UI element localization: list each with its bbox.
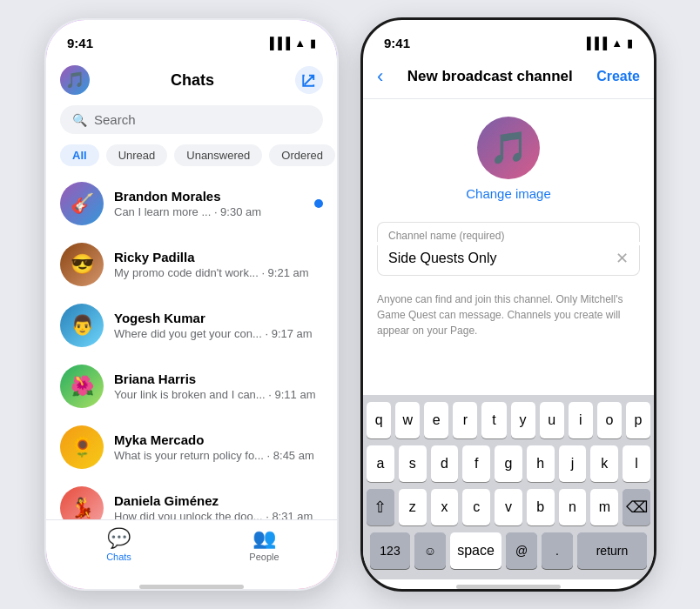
- key-r[interactable]: r: [453, 402, 477, 438]
- chat-avatar: 💃: [60, 486, 104, 519]
- chat-avatar: 🌻: [60, 425, 104, 469]
- chat-item[interactable]: 😎 Ricky Padilla My promo code didn't wor…: [46, 234, 337, 295]
- channel-image-section: 🎵 Change image: [363, 99, 654, 215]
- key-at[interactable]: @: [506, 532, 537, 569]
- chat-name: Ricky Padilla: [114, 250, 323, 264]
- chat-avatar: 🎸: [60, 182, 104, 225]
- chat-item[interactable]: 👨 Yogesh Kumar Where did you get your co…: [46, 295, 337, 356]
- chat-avatar: 😎: [60, 243, 104, 286]
- key-v[interactable]: v: [495, 489, 522, 525]
- status-bar-right: 9:41 ▐▐▐ ▲ ▮: [363, 20, 654, 58]
- key-k[interactable]: k: [590, 445, 618, 482]
- key-s[interactable]: s: [399, 445, 427, 482]
- key-d[interactable]: d: [431, 445, 459, 482]
- status-time-right: 9:41: [384, 36, 410, 50]
- chat-avatar: 🌺: [60, 365, 104, 408]
- key-w[interactable]: w: [395, 402, 420, 438]
- chats-nav-icon: 💬: [107, 527, 131, 550]
- wifi-icon-right: ▲: [611, 37, 623, 50]
- nav-people-label: People: [249, 552, 279, 562]
- chat-name: Myka Mercado: [114, 432, 323, 447]
- keyboard-bottom-row: 123 ☺ space @ . return: [367, 532, 650, 576]
- tab-unread[interactable]: Unread: [106, 144, 168, 166]
- battery-icon-right: ▮: [627, 37, 633, 50]
- battery-icon: ▮: [310, 37, 316, 50]
- key-dot[interactable]: .: [542, 532, 573, 569]
- tab-unanswered[interactable]: Unanswered: [174, 144, 262, 166]
- key-space[interactable]: space: [450, 532, 501, 569]
- home-indicator-left: [139, 585, 244, 589]
- key-t[interactable]: t: [481, 402, 506, 438]
- key-123[interactable]: 123: [370, 532, 410, 569]
- key-y[interactable]: y: [511, 402, 535, 438]
- key-j[interactable]: j: [559, 445, 587, 482]
- chat-item[interactable]: 💃 Daniela Giménez How did you unlock the…: [46, 478, 337, 519]
- channel-name-input[interactable]: [388, 251, 616, 266]
- key-g[interactable]: g: [495, 445, 522, 482]
- left-phone: 9:41 ▐▐▐ ▲ ▮ 🎵 Chats 🔍 Search All Unread: [44, 17, 340, 592]
- key-c[interactable]: c: [462, 489, 490, 525]
- key-p[interactable]: p: [626, 402, 650, 438]
- people-nav-icon: 👥: [252, 527, 276, 550]
- key-shift[interactable]: ⇧: [367, 489, 394, 525]
- unread-dot: [314, 199, 323, 208]
- chat-name: Daniela Giménez: [114, 493, 323, 508]
- chat-info: Myka Mercado What is your return policy …: [114, 432, 323, 462]
- key-z[interactable]: z: [399, 489, 427, 525]
- key-o[interactable]: o: [597, 402, 622, 438]
- chat-preview: Can I learn more ... · 9:30 am: [114, 205, 304, 218]
- change-image-button[interactable]: Change image: [466, 186, 551, 201]
- profile-avatar[interactable]: 🎵: [60, 65, 90, 95]
- status-bar-left: 9:41 ▐▐▐ ▲ ▮: [46, 20, 337, 58]
- chat-info: Brandon Morales Can I learn more ... · 9…: [114, 189, 304, 218]
- compose-button[interactable]: [295, 66, 323, 94]
- key-e[interactable]: e: [424, 402, 448, 438]
- key-a[interactable]: a: [367, 445, 394, 482]
- keyboard: q w e r t y u i o p a s d f g h j k l: [363, 395, 654, 579]
- chat-preview: What is your return policy fo... · 8:45 …: [114, 449, 323, 462]
- channel-avatar[interactable]: 🎵: [477, 117, 540, 179]
- chats-header: 🎵 Chats: [46, 58, 337, 102]
- chat-item[interactable]: 🌺 Briana Harris Your link is broken and …: [46, 356, 337, 417]
- key-n[interactable]: n: [559, 489, 587, 525]
- chat-list: 🎸 Brandon Morales Can I learn more ... ·…: [46, 173, 337, 519]
- input-wrapper: ✕: [377, 245, 640, 276]
- status-time-left: 9:41: [67, 36, 93, 50]
- input-label: Channel name (required): [377, 222, 640, 242]
- status-icons-right: ▐▐▐ ▲ ▮: [582, 37, 633, 50]
- key-f[interactable]: f: [462, 445, 490, 482]
- chat-info: Briana Harris Your link is broken and I …: [114, 371, 323, 401]
- search-bar[interactable]: 🔍 Search: [60, 105, 323, 134]
- key-emoji[interactable]: ☺: [414, 532, 446, 569]
- key-q[interactable]: q: [367, 402, 391, 438]
- broadcast-title: New broadcast channel: [407, 68, 573, 85]
- chat-preview: How did you unlock the doo... · 8:31 am: [114, 510, 323, 519]
- key-u[interactable]: u: [540, 402, 564, 438]
- key-x[interactable]: x: [431, 489, 459, 525]
- chats-screen: 🎵 Chats 🔍 Search All Unread Unanswered O…: [46, 58, 337, 589]
- key-return[interactable]: return: [577, 532, 647, 569]
- chat-preview: My promo code didn't work... · 9:21 am: [114, 266, 323, 279]
- key-l[interactable]: l: [623, 445, 650, 482]
- chat-item[interactable]: 🎸 Brandon Morales Can I learn more ... ·…: [46, 173, 337, 234]
- search-icon: 🔍: [72, 113, 87, 127]
- chats-title: Chats: [171, 71, 214, 90]
- key-b[interactable]: b: [527, 489, 555, 525]
- chat-info: Ricky Padilla My promo code didn't work.…: [114, 250, 323, 279]
- channel-name-section: Channel name (required) ✕: [377, 222, 640, 276]
- chat-item[interactable]: 🌻 Myka Mercado What is your return polic…: [46, 417, 337, 478]
- clear-input-button[interactable]: ✕: [616, 249, 629, 268]
- back-button[interactable]: ‹: [377, 65, 383, 88]
- nav-people[interactable]: 👥 People: [192, 527, 337, 562]
- chat-avatar: 👨: [60, 304, 104, 347]
- key-h[interactable]: h: [527, 445, 555, 482]
- tab-ordered[interactable]: Ordered: [269, 144, 335, 166]
- chat-name: Yogesh Kumar: [114, 311, 323, 325]
- nav-chats[interactable]: 💬 Chats: [46, 527, 192, 562]
- key-i[interactable]: i: [569, 402, 593, 438]
- key-m[interactable]: m: [590, 489, 618, 525]
- tab-all[interactable]: All: [60, 144, 99, 166]
- keyboard-row-1: q w e r t y u i o p: [367, 402, 650, 438]
- create-button[interactable]: Create: [596, 69, 640, 84]
- key-delete[interactable]: ⌫: [623, 489, 650, 525]
